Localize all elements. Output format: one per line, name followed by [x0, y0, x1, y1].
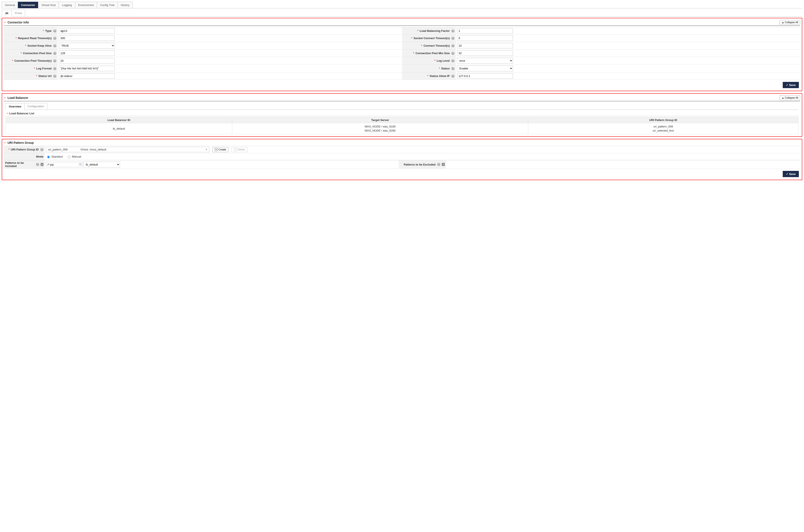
rrt-input[interactable]: [59, 36, 115, 41]
plus-icon: +: [215, 148, 217, 151]
sub-tabs: JK Proxy: [2, 10, 802, 17]
add-exclude-icon[interactable]: +: [442, 163, 445, 166]
col-target-server: Target Server: [232, 117, 528, 123]
tab-history[interactable]: History: [118, 2, 133, 8]
uri-id-value: uri_pattern_009: [48, 148, 68, 151]
help-icon[interactable]: ?: [53, 67, 56, 70]
uri-pattern-group-panel: − URI Pattern Group *URI Pattern Group I…: [2, 139, 802, 180]
save-button[interactable]: ✓Save: [783, 171, 799, 177]
help-icon[interactable]: ?: [53, 30, 56, 33]
cpms-input[interactable]: [457, 51, 513, 56]
tab-virtual-host[interactable]: Virtual Host: [38, 2, 59, 8]
include-pattern-input[interactable]: [46, 162, 82, 167]
cpt-input[interactable]: [59, 58, 115, 63]
ska-label: Socket Keep Alive: [27, 44, 52, 47]
tab-general[interactable]: General: [2, 2, 18, 8]
lbf-label: Load Balancing Factor: [420, 29, 450, 33]
connector-info-form: *Type? *Load Balancing Factor? *Request …: [4, 27, 800, 80]
collapse-icon[interactable]: −: [4, 141, 6, 145]
mode-manual-radio[interactable]: Manual: [66, 155, 81, 158]
lb-table: Load Balancer ID Target Server URI Patte…: [5, 117, 799, 134]
connector-info-title: Connector Info: [7, 21, 29, 24]
help-icon[interactable]: ?: [53, 44, 56, 47]
help-icon[interactable]: ?: [53, 75, 56, 78]
lbf-input[interactable]: [457, 28, 513, 34]
create-button[interactable]: +Create: [212, 147, 229, 152]
collapse-icon[interactable]: −: [4, 96, 6, 99]
status-label: Status: [441, 67, 450, 70]
help-icon[interactable]: ?: [452, 59, 455, 62]
uri-group-title: URI Pattern Group: [7, 141, 34, 145]
sub-tab-proxy[interactable]: Proxy: [12, 10, 25, 16]
uri-vhost-value: VHost: vhost_default: [80, 148, 106, 151]
statusip-input[interactable]: [457, 73, 513, 79]
help-icon[interactable]: ?: [452, 30, 455, 33]
add-include-icon[interactable]: +: [41, 163, 43, 166]
ct-input[interactable]: [457, 43, 513, 49]
help-icon[interactable]: ?: [452, 67, 455, 70]
statusurl-label: Status Url: [38, 74, 52, 78]
collapse-icon[interactable]: −: [4, 21, 6, 24]
type-label: Type: [45, 29, 52, 33]
status-select[interactable]: Enable: [457, 65, 513, 71]
uri-group-cell: uri_pattern_009 uri_selected_test: [528, 123, 799, 134]
help-icon[interactable]: ?: [452, 52, 455, 55]
include-lb-select[interactable]: lb_default: [83, 162, 120, 168]
include-label: Patterns to be Included: [5, 161, 34, 168]
sct-label: Socket Connect Timeout(s): [414, 37, 450, 40]
chevron-up-icon: ▲: [782, 21, 784, 24]
collapse-all-button[interactable]: ▲Collapse All: [780, 20, 800, 25]
help-icon[interactable]: ?: [53, 52, 56, 55]
uri-id-label: URI Pattern Group ID: [11, 148, 39, 151]
cpms-label: Connection Pool Min Size: [416, 52, 450, 55]
save-button[interactable]: ✓Save: [783, 82, 799, 88]
logformat-label: Log Format: [36, 67, 52, 70]
table-row[interactable]: lb_default WAS_NODE / was_8180 WAS_NODE …: [6, 123, 799, 134]
check-icon: ✓: [786, 172, 788, 176]
lb-tab-configuration[interactable]: Configuration: [24, 103, 47, 110]
check-icon: ✓: [786, 83, 788, 87]
help-icon[interactable]: ?: [53, 37, 56, 40]
help-icon[interactable]: ?: [40, 148, 43, 151]
load-balancer-title: Load Balancer: [7, 96, 28, 99]
lb-tabs: Overview Configuration: [5, 103, 799, 110]
loglevel-select[interactable]: error: [457, 58, 513, 64]
loglevel-label: Log Level: [437, 59, 450, 62]
col-uri-group: URI Pattern Group ID: [528, 117, 799, 123]
cps-label: Connection Pool Size: [23, 52, 52, 55]
cps-input[interactable]: [59, 51, 115, 56]
help-icon[interactable]: ?: [36, 163, 39, 166]
caret-down-icon: ▼: [205, 148, 208, 151]
sub-tab-jk[interactable]: JK: [2, 10, 12, 17]
delete-button[interactable]: −Delete: [231, 147, 247, 152]
col-lb-id: Load Balancer ID: [6, 117, 232, 123]
target-cell: WAS_NODE / was_8180 WAS_NODE / was_8280: [232, 123, 528, 134]
uri-id-dropdown[interactable]: uri_pattern_009 VHost: vhost_default ▼: [46, 147, 209, 152]
help-icon[interactable]: ?: [452, 44, 455, 47]
mode-label: Mode: [36, 155, 43, 158]
collapse-icon[interactable]: −: [6, 112, 8, 115]
lb-list-title: Load Balancer List: [9, 112, 34, 115]
load-balancer-panel: − Load Balancer ▲Collapse All Overview C…: [2, 93, 802, 137]
ska-select[interactable]: TRUE: [59, 43, 115, 49]
help-icon[interactable]: ?: [452, 75, 455, 78]
clear-icon[interactable]: Ⓧ: [79, 163, 82, 166]
type-input[interactable]: [59, 28, 115, 34]
sct-input[interactable]: [457, 36, 513, 41]
tab-connector[interactable]: Connector: [18, 2, 38, 8]
tab-config-tree[interactable]: Config Tree: [97, 2, 118, 8]
help-icon[interactable]: ?: [437, 163, 440, 166]
statusurl-input[interactable]: [59, 73, 115, 79]
logformat-input[interactable]: [59, 66, 115, 71]
lb-tab-overview[interactable]: Overview: [5, 103, 24, 110]
main-tabs: General Connector Virtual Host Logging E…: [2, 2, 802, 8]
tab-logging[interactable]: Logging: [59, 2, 75, 8]
help-icon[interactable]: ?: [53, 59, 56, 62]
help-icon[interactable]: ?: [452, 37, 455, 40]
tab-environment[interactable]: Environment: [75, 2, 97, 8]
minus-icon: −: [234, 148, 237, 151]
connector-info-panel: − Connector Info ▲Collapse All *Type? *L…: [2, 18, 802, 91]
ct-label: Connect Timeout(s): [423, 44, 450, 47]
collapse-all-button[interactable]: ▲Collapse All: [780, 95, 800, 100]
mode-standard-radio[interactable]: Standard: [46, 155, 63, 158]
